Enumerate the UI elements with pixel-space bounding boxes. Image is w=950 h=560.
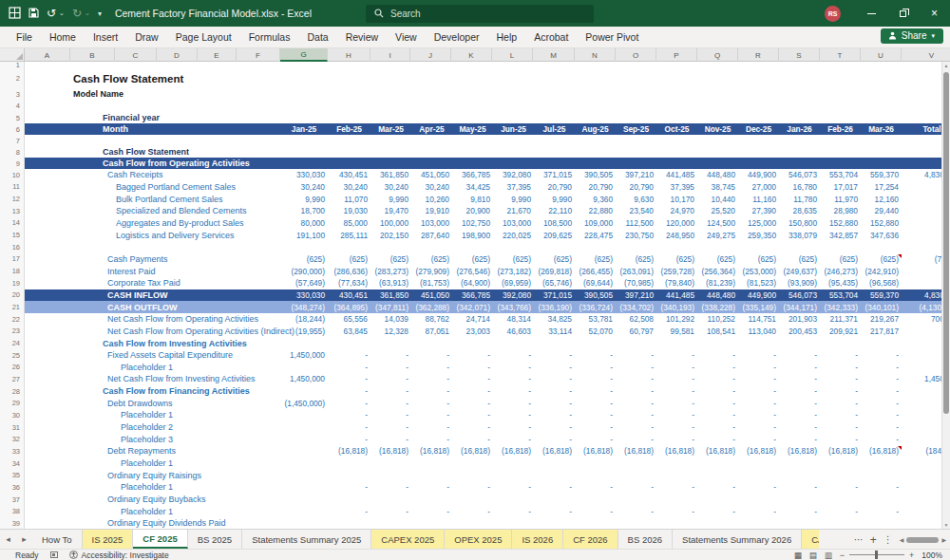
row-header-24[interactable]: 24 [0, 337, 25, 349]
cell-N17[interactable]: (625) [575, 254, 616, 264]
cell-Q30[interactable]: - [697, 410, 738, 420]
cell-T29[interactable]: - [820, 399, 861, 408]
cell-T15[interactable]: 342,857 [820, 231, 861, 240]
cell-I36[interactable]: - [370, 482, 411, 492]
cell-H19[interactable]: (77,634) [328, 278, 370, 288]
column-header-J[interactable]: J [410, 48, 451, 62]
cell-I11[interactable]: 30,240 [370, 182, 411, 192]
row-label-35[interactable]: Ordinary Equity Raisings [25, 471, 280, 480]
cell-I21[interactable]: (347,811) [370, 303, 411, 312]
zoom-in-icon[interactable]: + [909, 551, 914, 560]
cell-P13[interactable]: 24,970 [656, 206, 697, 215]
cell-U29[interactable]: - [861, 399, 902, 408]
cell-S32[interactable]: - [779, 435, 820, 444]
cell-S27[interactable]: - [779, 374, 820, 383]
row-label-38[interactable]: Placeholder 1 [25, 507, 280, 516]
search-input[interactable]: Search [366, 5, 594, 23]
zoom-level-label[interactable]: 100% [922, 551, 942, 560]
cell-R28[interactable]: - [738, 386, 779, 396]
cell-T33[interactable]: (16,818) [820, 446, 861, 456]
row-label-34[interactable]: Placeholder 1 [25, 458, 280, 468]
cell-M17[interactable]: (625) [534, 254, 575, 264]
cell-L15[interactable]: 220,025 [493, 231, 534, 240]
zoom-out-icon[interactable]: − [840, 551, 845, 560]
column-header-R[interactable]: R [738, 48, 779, 62]
cell-M30[interactable]: - [534, 410, 575, 420]
cell-N29[interactable]: - [575, 399, 616, 408]
cell-O13[interactable]: 23,540 [616, 206, 656, 215]
cell-M6[interactable]: Jul-25 [534, 124, 575, 134]
cell-O30[interactable]: - [616, 410, 656, 420]
cell-G11[interactable]: 30,240 [280, 182, 328, 192]
cell-S10[interactable]: 546,073 [779, 170, 820, 179]
cell-O36[interactable]: - [616, 482, 656, 492]
select-all-corner[interactable] [0, 48, 25, 61]
scroll-down-icon[interactable]: ▼ [942, 521, 950, 529]
cell-L29[interactable]: - [493, 399, 534, 408]
ribbon-tab-draw[interactable]: Draw [126, 31, 167, 43]
cell-O38[interactable]: - [616, 507, 656, 516]
ribbon-tab-formulas[interactable]: Formulas [240, 31, 299, 43]
row-label-36[interactable]: Placeholder 1 [25, 482, 280, 492]
cell-P14[interactable]: 120,000 [656, 218, 697, 228]
cell-S15[interactable]: 338,079 [779, 231, 820, 240]
cell-P18[interactable]: (259,728) [656, 267, 697, 276]
cell-M29[interactable]: - [534, 399, 575, 408]
cell-M14[interactable]: 108,500 [534, 218, 575, 228]
row-header-20[interactable]: 20 [0, 289, 25, 302]
sheet-nav-left-icon[interactable]: ◂ [0, 530, 16, 549]
cell-Q32[interactable]: - [697, 435, 738, 444]
view-normal-icon[interactable]: ▦ [794, 551, 802, 560]
ribbon-tab-data[interactable]: Data [298, 31, 336, 43]
cell-U20[interactable]: 559,370 [861, 290, 902, 300]
cell-M31[interactable]: - [534, 422, 575, 432]
cell-O11[interactable]: 20,790 [616, 182, 656, 192]
cell-O26[interactable]: - [616, 363, 656, 372]
cell-R19[interactable]: (81,523) [738, 278, 779, 288]
cell-N20[interactable]: 390,505 [575, 290, 616, 300]
cell-O19[interactable]: (70,985) [616, 278, 656, 288]
row-header-23[interactable]: 23 [0, 326, 25, 338]
row-header-32[interactable]: 32 [0, 433, 25, 445]
cell-I12[interactable]: 9,990 [370, 195, 411, 204]
cell-M38[interactable]: - [534, 507, 575, 516]
cell-G21[interactable]: (348,274) [280, 303, 328, 312]
view-page-break-icon[interactable]: ▥ [825, 551, 832, 560]
vertical-scroll-thumb[interactable] [943, 72, 949, 414]
cell-L22[interactable]: 48,314 [493, 314, 534, 324]
row-header-28[interactable]: 28 [0, 385, 25, 398]
cell-Q31[interactable]: - [697, 422, 738, 432]
cell-S22[interactable]: 201,903 [779, 314, 820, 324]
cell-L13[interactable]: 21,670 [493, 206, 534, 215]
ribbon-tab-developer[interactable]: Developer [426, 31, 488, 43]
cell-S25[interactable]: - [779, 350, 820, 360]
cell-L31[interactable]: - [493, 422, 534, 432]
row-header-39[interactable]: 39 [0, 517, 25, 529]
column-header-K[interactable]: K [451, 48, 492, 62]
cell-K30[interactable]: - [452, 410, 493, 420]
cell-L11[interactable]: 37,395 [493, 182, 534, 192]
cell-I31[interactable]: - [370, 422, 411, 432]
cell-H36[interactable]: - [328, 482, 370, 492]
cell-P27[interactable]: - [656, 374, 697, 383]
cell-P30[interactable]: - [656, 410, 697, 420]
row-label-12[interactable]: Bulk Portland Cement Sales [25, 195, 280, 204]
cell-R31[interactable]: - [738, 422, 779, 432]
cell-I18[interactable]: (283,273) [370, 267, 411, 276]
cell-O33[interactable]: (16,818) [616, 446, 656, 456]
cell-J14[interactable]: 103,000 [411, 218, 452, 228]
row-label-30[interactable]: Placeholder 1 [25, 410, 280, 420]
cell-H27[interactable]: - [328, 374, 370, 383]
cell-U38[interactable]: - [861, 507, 902, 516]
row-label-27[interactable]: Net Cash Flow from Investing Activities [25, 374, 280, 383]
ribbon-tab-review[interactable]: Review [337, 31, 387, 43]
cell-P23[interactable]: 99,581 [656, 327, 697, 336]
cell-I22[interactable]: 14,039 [370, 314, 411, 324]
cell-T19[interactable]: (95,435) [820, 278, 861, 288]
column-header-U[interactable]: U [861, 48, 902, 62]
cell-U17[interactable]: (625) [861, 254, 902, 264]
cell-U18[interactable]: (242,910) [861, 267, 902, 276]
cell-Q23[interactable]: 108,541 [697, 327, 738, 336]
ribbon-tab-page-layout[interactable]: Page Layout [167, 31, 240, 43]
cell-T6[interactable]: Feb-26 [820, 124, 861, 134]
